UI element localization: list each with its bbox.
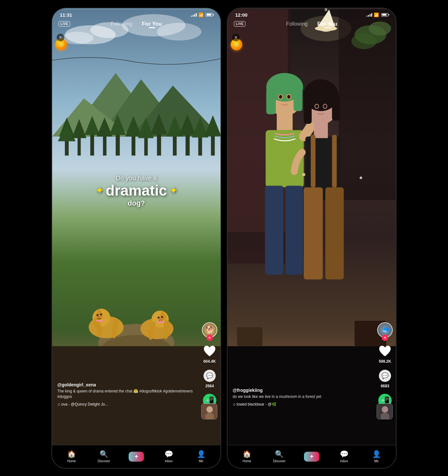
wifi-icon-2: 📶 xyxy=(374,12,379,17)
video-bottom-text-1: @goldengirl_xena The king & queen of dra… xyxy=(57,382,195,407)
status-time-2: 12:00 xyxy=(235,12,247,18)
video-overlay-2: 🪙 ✕ @froggiekiing do we look like we liv… xyxy=(228,29,396,445)
status-bar-1: 11:31 📶 xyxy=(52,8,220,19)
tab-inbox-1[interactable]: 💬 Inbox xyxy=(153,450,185,463)
live-badge-1[interactable]: LIVE xyxy=(59,21,70,27)
status-icons-2: 📶 xyxy=(366,12,388,17)
status-icons-1: 📶 xyxy=(191,12,213,17)
follow-btn-1[interactable]: + xyxy=(206,335,213,341)
close-sticker-1[interactable]: ✕ xyxy=(57,34,64,41)
right-actions-1: 🐕 + 604.4K xyxy=(202,322,217,413)
comment-count-2: 6683 xyxy=(381,384,389,388)
video-text-overlay-1: Do you have a ✦ dramatic ✦ dog? xyxy=(96,174,177,207)
heart-icon-1[interactable] xyxy=(203,344,217,358)
comment-action-1[interactable]: 💬 2564 xyxy=(203,369,217,388)
comment-action-2[interactable]: 💬 6683 xyxy=(378,369,392,388)
tab-inbox-2[interactable]: 💬 Inbox xyxy=(328,450,360,463)
like-action-2[interactable]: 598.2K xyxy=(378,344,392,364)
username-2[interactable]: @froggiekiing xyxy=(233,388,370,393)
sparkle-left: ✦ xyxy=(96,185,103,196)
wifi-icon-1: 📶 xyxy=(198,12,204,17)
like-action-1[interactable]: 604.4K xyxy=(203,344,217,364)
nav-header-1: LIVE Following For You xyxy=(52,19,220,29)
sparkle-right: ✦ xyxy=(170,185,177,196)
close-sticker-2[interactable]: ✕ xyxy=(232,34,240,41)
tab-me-1[interactable]: 👤 Me xyxy=(185,450,217,463)
username-1[interactable]: @goldengirl_xena xyxy=(57,382,195,387)
music-1[interactable]: ♫ ova - @Quincy Delight Jo... xyxy=(57,402,195,407)
signal-icon-2 xyxy=(366,13,372,17)
duet-thumbnail-1[interactable] xyxy=(201,403,217,419)
duet-thumbnail-2[interactable] xyxy=(377,403,393,419)
phone-2: 12:00 📶 LIVE xyxy=(227,8,396,469)
status-bar-2: 12:00 📶 xyxy=(228,8,396,19)
tab-home-1[interactable]: 🏠 Home xyxy=(55,450,88,463)
right-actions-2: 🧢 + 598.2K xyxy=(377,322,393,413)
tab-me-2[interactable]: 👤 Me xyxy=(360,450,393,463)
svg-point-63 xyxy=(206,406,213,413)
status-time-1: 11:31 xyxy=(60,12,72,18)
heart-icon-2[interactable] xyxy=(378,344,392,358)
caption-1: The king & queen of drama entered the ch… xyxy=(57,389,195,399)
nav-header-2: LIVE Following For You xyxy=(228,19,396,29)
plus-button-2[interactable]: + xyxy=(304,452,319,462)
like-count-2: 598.2K xyxy=(379,359,391,364)
battery-icon-1 xyxy=(206,13,213,17)
tab-plus-1[interactable]: + xyxy=(120,452,152,462)
tab-bar-1: 🏠 Home 🔍 Discover + 💬 Inbox 👤 Me xyxy=(52,445,220,468)
nav-tabs-1: Following For You xyxy=(111,21,162,27)
comment-icon-1[interactable]: 💬 xyxy=(203,369,217,383)
overlay-dramatic: dramatic xyxy=(106,182,167,199)
video-bottom-text-2: @froggiekiing do we look like we live in… xyxy=(233,388,370,407)
phone-1: 11:31 📶 LIVE xyxy=(52,8,221,469)
overlay-line3: dog? xyxy=(96,199,177,207)
comment-icon-2[interactable]: 💬 xyxy=(378,369,392,383)
tab-plus-2[interactable]: + xyxy=(295,452,328,462)
tab-foryou-1[interactable]: For You xyxy=(142,21,162,27)
tab-discover-2[interactable]: 🔍 Discover xyxy=(263,450,295,463)
video-overlay-1: 🪙 ✕ Do you have a ✦ dramatic ✦ dog? @gol… xyxy=(52,29,220,445)
battery-icon-2 xyxy=(381,13,388,17)
caption-2: do we look like we live in a mushroom in… xyxy=(233,394,370,399)
follow-btn-2[interactable]: + xyxy=(382,335,388,341)
music-2[interactable]: ♫ lowed blackbear - @🌿 xyxy=(233,402,370,407)
tab-following-2[interactable]: Following xyxy=(286,21,308,27)
tab-following-1[interactable]: Following xyxy=(111,21,132,27)
tab-home-2[interactable]: 🏠 Home xyxy=(231,450,263,463)
plus-button-1[interactable]: + xyxy=(129,452,144,462)
tab-discover-1[interactable]: 🔍 Discover xyxy=(88,450,120,463)
tab-bar-2: 🏠 Home 🔍 Discover + 💬 Inbox 👤 Me xyxy=(228,445,396,468)
like-count-1: 604.4K xyxy=(204,359,216,364)
tab-foryou-2[interactable]: For You xyxy=(317,21,337,27)
comment-count-1: 2564 xyxy=(205,384,214,388)
overlay-line1: Do you have a xyxy=(96,174,177,182)
live-badge-2[interactable]: LIVE xyxy=(234,21,245,27)
overlay-line2: ✦ dramatic ✦ xyxy=(96,182,177,199)
avatar-container-1[interactable]: 🐕 + xyxy=(202,322,217,338)
avatar-container-2[interactable]: 🧢 + xyxy=(377,322,393,338)
signal-icon-1 xyxy=(191,13,197,17)
svg-point-107 xyxy=(382,406,388,413)
nav-tabs-2: Following For You xyxy=(286,21,337,27)
